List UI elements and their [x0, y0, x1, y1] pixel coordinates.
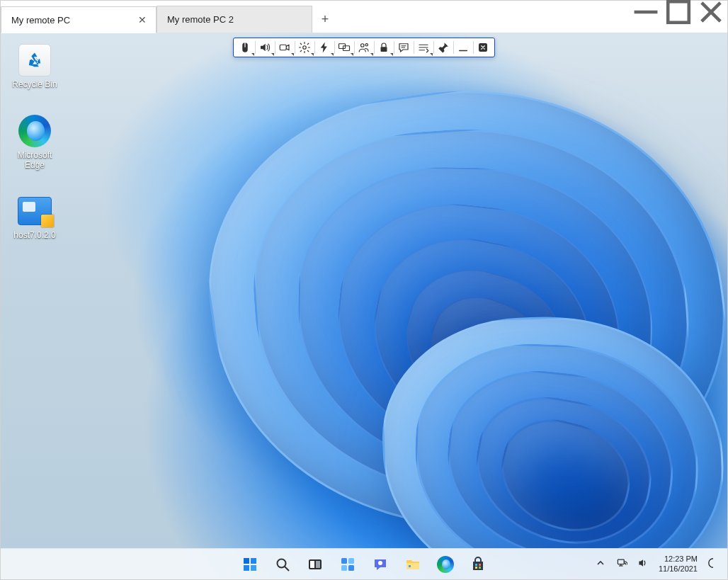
clock-time: 12:23 PM — [664, 555, 698, 564]
tab-label: My remote PC — [11, 15, 136, 25]
minimize-button[interactable] — [630, 1, 662, 23]
svg-rect-32 — [409, 565, 411, 567]
remote-viewer-window: My remote PC ✕ My remote PC 2 + — [0, 0, 728, 580]
svg-rect-17 — [244, 558, 249, 564]
svg-rect-0 — [668, 1, 689, 23]
maximize-button[interactable] — [662, 1, 695, 23]
desktop-icon-recycle-bin[interactable]: Recycle Bin — [6, 43, 63, 90]
bloom-graphic-2 — [383, 317, 727, 579]
edge-icon — [18, 114, 52, 148]
desktop-icons: Recycle Bin Microsoft Edge host7.0.2.0 — [6, 43, 63, 241]
desktop-icon-label: Microsoft Edge — [6, 151, 63, 171]
svg-rect-9 — [381, 47, 387, 52]
svg-point-21 — [278, 559, 286, 567]
svg-rect-24 — [310, 561, 314, 568]
installer-icon — [18, 194, 52, 228]
svg-line-22 — [285, 567, 289, 571]
toolbar-pin-button[interactable] — [433, 38, 453, 57]
store-button[interactable] — [464, 550, 492, 579]
clock[interactable]: 12:23 PM 11/16/2021 — [659, 555, 698, 573]
remote-desktop-viewport[interactable]: Recycle Bin Microsoft Edge host7.0.2.0 — [1, 33, 727, 579]
svg-point-8 — [365, 44, 368, 46]
file-explorer-button[interactable] — [399, 550, 427, 579]
svg-rect-35 — [475, 567, 477, 569]
network-icon[interactable] — [616, 557, 627, 571]
system-tray: 12:23 PM 11/16/2021 — [595, 555, 727, 573]
toolbar-users-button[interactable] — [354, 38, 374, 57]
desktop-icon-label: Recycle Bin — [12, 80, 57, 90]
desktop-icon-label: host7.0.2.0 — [13, 231, 55, 241]
tab-label: My remote PC 2 — [167, 14, 305, 25]
window-controls — [630, 1, 727, 33]
desktop-icon-microsoft-edge[interactable]: Microsoft Edge — [6, 114, 63, 171]
svg-rect-28 — [341, 565, 347, 571]
volume-icon[interactable] — [637, 557, 649, 571]
widgets-button[interactable] — [334, 550, 362, 579]
toolbar-mouse-button[interactable] — [235, 38, 255, 57]
edge-button[interactable] — [431, 550, 460, 579]
start-button[interactable] — [236, 550, 264, 579]
svg-point-30 — [378, 561, 382, 565]
svg-rect-31 — [406, 563, 419, 569]
new-tab-button[interactable]: + — [312, 6, 338, 33]
tab-bar: My remote PC ✕ My remote PC 2 + — [1, 1, 727, 33]
toolbar-lock-button[interactable] — [374, 38, 394, 57]
toolbar-log-button[interactable] — [414, 38, 433, 57]
svg-rect-29 — [348, 565, 354, 571]
chat-button[interactable] — [366, 550, 394, 579]
tabs: My remote PC ✕ My remote PC 2 + — [1, 1, 338, 33]
tab-my-remote-pc-2[interactable]: My remote PC 2 — [157, 6, 312, 33]
svg-rect-19 — [244, 565, 249, 571]
tray-overflow-icon[interactable] — [595, 557, 606, 571]
svg-rect-18 — [251, 558, 256, 564]
svg-rect-36 — [479, 567, 481, 569]
toolbar-chat-button[interactable] — [394, 38, 414, 57]
svg-point-4 — [303, 46, 307, 50]
toolbar-close-button[interactable] — [473, 38, 493, 57]
wallpaper — [1, 33, 727, 579]
taskbar-center — [236, 550, 492, 579]
recycle-bin-icon — [18, 43, 52, 77]
toolbar-video-button[interactable] — [275, 38, 295, 57]
toolbar-audio-button[interactable] — [255, 38, 275, 57]
remote-toolbar[interactable] — [233, 38, 495, 57]
clock-date: 11/16/2021 — [659, 564, 698, 574]
focus-assist-icon[interactable] — [707, 557, 719, 571]
svg-rect-33 — [475, 564, 477, 566]
tab-my-remote-pc[interactable]: My remote PC ✕ — [1, 6, 157, 33]
search-button[interactable] — [268, 550, 297, 579]
remote-taskbar: 12:23 PM 11/16/2021 — [1, 548, 727, 579]
toolbar-displays-button[interactable] — [334, 38, 354, 57]
svg-rect-34 — [479, 564, 481, 566]
svg-rect-20 — [251, 565, 256, 571]
svg-rect-27 — [348, 558, 354, 564]
toolbar-settings-button[interactable] — [295, 38, 314, 57]
svg-rect-25 — [316, 561, 320, 568]
toolbar-minimize-button[interactable] — [453, 38, 473, 57]
desktop-icon-host-installer[interactable]: host7.0.2.0 — [6, 194, 63, 241]
svg-rect-37 — [618, 559, 624, 564]
task-view-button[interactable] — [301, 550, 329, 579]
close-window-button[interactable] — [695, 1, 727, 23]
close-tab-icon[interactable]: ✕ — [136, 13, 149, 26]
svg-rect-26 — [341, 558, 347, 564]
svg-rect-3 — [280, 45, 286, 50]
svg-point-7 — [361, 44, 365, 47]
toolbar-actions-button[interactable] — [314, 38, 334, 57]
